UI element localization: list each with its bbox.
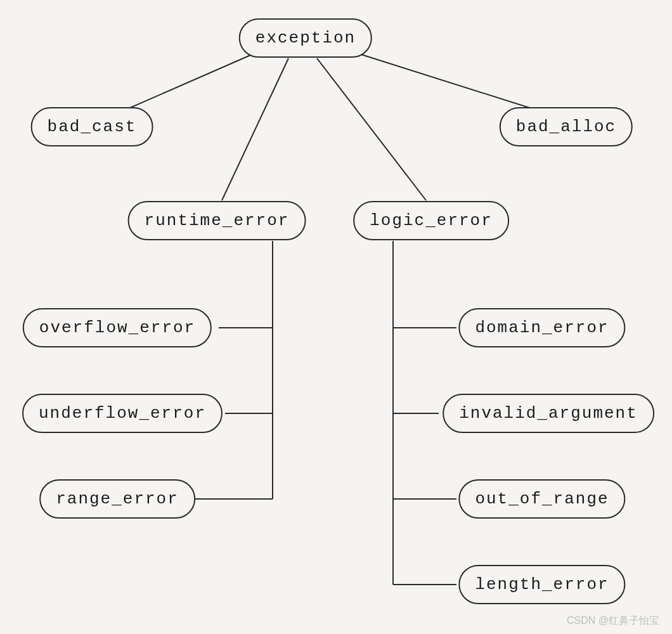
node-label: range_error xyxy=(56,489,179,508)
node-logic-error: logic_error xyxy=(353,201,509,240)
node-label: logic_error xyxy=(370,211,493,230)
node-label: runtime_error xyxy=(145,211,290,230)
svg-line-1 xyxy=(349,51,552,115)
svg-line-2 xyxy=(222,58,288,200)
node-bad-cast: bad_cast xyxy=(31,107,153,146)
svg-line-0 xyxy=(114,51,261,115)
node-label: bad_cast xyxy=(48,117,137,136)
node-label: bad_alloc xyxy=(516,117,616,136)
node-runtime-error: runtime_error xyxy=(128,201,306,240)
node-domain-error: domain_error xyxy=(458,308,625,347)
node-label: overflow_error xyxy=(39,318,195,337)
node-label: length_error xyxy=(475,575,609,594)
node-label: out_of_range xyxy=(475,489,609,508)
exception-hierarchy-diagram: exception bad_cast bad_alloc runtime_err… xyxy=(0,0,672,634)
node-bad-alloc: bad_alloc xyxy=(500,107,633,146)
node-label: exception xyxy=(255,29,356,48)
node-overflow-error: overflow_error xyxy=(23,308,212,347)
node-range-error: range_error xyxy=(39,479,195,519)
node-out-of-range: out_of_range xyxy=(458,479,625,519)
node-length-error: length_error xyxy=(458,565,625,604)
node-exception: exception xyxy=(239,18,372,58)
watermark: CSDN @红鼻子怡宝 xyxy=(567,614,659,628)
node-invalid-argument: invalid_argument xyxy=(443,394,654,433)
node-underflow-error: underflow_error xyxy=(22,394,223,433)
svg-line-3 xyxy=(317,58,426,200)
node-label: invalid_argument xyxy=(459,404,638,423)
node-label: underflow_error xyxy=(39,404,206,423)
node-label: domain_error xyxy=(475,318,609,337)
